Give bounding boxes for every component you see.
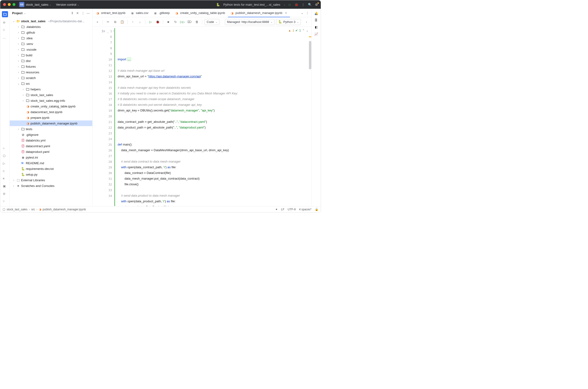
tree-row[interactable]: ⌄src <box>10 81 92 86</box>
project-tree[interactable]: ⌄ 📁 stock_last_sales ~/Projects/databric… <box>10 17 92 206</box>
sciview-tool-button[interactable]: 📈 <box>314 32 318 36</box>
vcs-tool-button[interactable]: ⑂ <box>3 199 7 204</box>
zoom-window-button[interactable] <box>13 3 15 6</box>
terminal-tool-button[interactable]: ▣ <box>3 184 7 189</box>
editor-tab[interactable]: ◑create_unity_catalog_table.ipynb <box>173 9 228 17</box>
readonly-indicator[interactable]: 🔓 <box>315 208 318 211</box>
tree-row[interactable]: ›fixtures <box>10 64 92 69</box>
editor-tab[interactable]: ◑ontract_test.ipynb <box>94 9 128 17</box>
tree-row[interactable]: ›.vscode <box>10 47 92 52</box>
tree-row[interactable]: ◑publish_datamesh_manager.ipynb <box>10 120 92 126</box>
tree-row[interactable]: ›.idea <box>10 35 92 41</box>
chevron-right-icon[interactable]: › <box>12 185 15 187</box>
project-tool-button[interactable] <box>2 11 8 17</box>
tree-row[interactable]: M↓README.md <box>10 160 92 166</box>
tree-row[interactable]: ›scratch <box>10 75 92 81</box>
chevron-right-icon[interactable]: › <box>22 94 25 96</box>
run-all-button[interactable]: ▷▷ <box>180 19 185 25</box>
python-packages-button[interactable]: ○ <box>3 146 7 151</box>
run-tool-button[interactable]: ▷ <box>3 162 7 166</box>
move-down-button[interactable]: ↓ <box>137 19 143 25</box>
chevron-right-icon[interactable]: › <box>17 43 20 45</box>
tree-row[interactable]: ›helpers <box>10 86 92 92</box>
chevron-up-icon[interactable]: ⌃ <box>302 28 305 33</box>
debug-cell-button[interactable]: 🐞 <box>155 19 161 25</box>
minimize-window-button[interactable] <box>8 3 11 6</box>
chevron-right-icon[interactable]: › <box>17 77 20 79</box>
expand-all-button[interactable]: ✕ <box>76 11 79 15</box>
stop-button[interactable]: ■ <box>166 19 171 25</box>
tree-row[interactable]: Ydatabricks.yml <box>10 137 92 143</box>
project-switcher[interactable]: stock_last_sales⌄ <box>26 3 51 6</box>
jupyter-server-dropdown[interactable]: Managed: http://localhost:8888⌄ <box>225 19 275 25</box>
chevron-down-icon[interactable]: ⌄ <box>17 82 20 85</box>
add-cell-button[interactable]: ＋ <box>95 19 100 25</box>
paste-button[interactable]: 📋 <box>119 19 125 25</box>
tree-row[interactable]: ›resources <box>10 69 92 75</box>
chevron-right-icon[interactable]: › <box>17 65 20 68</box>
close-tab-button[interactable]: ✕ <box>285 11 287 15</box>
cell-type-dropdown[interactable]: Code⌄ <box>205 19 219 25</box>
clear-output-button[interactable]: ⌦ <box>187 19 192 25</box>
cut-button[interactable]: ✂ <box>105 19 111 25</box>
tree-row[interactable]: ›⬚External Libraries <box>10 177 92 183</box>
error-stripe-mark[interactable] <box>309 36 311 37</box>
restart-button[interactable]: ↻ <box>173 19 178 25</box>
tab-list-button[interactable]: ⌄ <box>301 11 304 15</box>
ai-assistant-button[interactable]: ✦ <box>275 208 278 211</box>
run-config-selector[interactable]: Python tests for main_test.test_...st_sa… <box>223 3 280 6</box>
chevron-right-icon[interactable]: › <box>22 99 25 102</box>
chevron-right-icon[interactable]: › <box>17 48 20 51</box>
tree-row[interactable]: ›tests <box>10 126 92 132</box>
scrollbar-thumb[interactable] <box>309 41 311 69</box>
tree-row[interactable]: ›.databricks <box>10 24 92 30</box>
tree-row[interactable]: ›dist <box>10 58 92 64</box>
breadcrumb[interactable]: ▢stock_last_sales›src›◑publish_datamesh_… <box>2 208 86 211</box>
select-opened-file-button[interactable]: ⇕ <box>71 11 74 15</box>
panel-options-button[interactable]: ⋮ <box>81 11 85 15</box>
commit-tool-button[interactable]: ⊖ <box>3 21 7 25</box>
tree-row[interactable]: Ydatacontract.yaml <box>10 143 92 149</box>
structure-tool-button[interactable]: ⁝⁝ <box>3 28 7 32</box>
chevron-right-icon[interactable]: › <box>17 31 20 34</box>
more-tools-button[interactable]: … <box>3 36 7 40</box>
chevron-right-icon[interactable]: › <box>12 179 15 182</box>
chevron-down-icon[interactable]: ⌄ <box>306 28 309 33</box>
code-content[interactable]: ▲1 ✔1 ⌃ ⌄ import ...# data mesh manager … <box>116 27 311 206</box>
more-toolbar-button[interactable]: › <box>304 19 309 25</box>
editor-tab[interactable]: ≣.gitkeep <box>151 9 173 17</box>
code-editor[interactable]: 1In _>6789101112131415161718192021222324… <box>93 27 311 206</box>
move-up-button[interactable]: ↑ <box>130 19 136 25</box>
breadcrumb-segment[interactable]: stock_last_sales <box>7 208 28 211</box>
run-button[interactable]: ▷ <box>289 3 291 6</box>
tree-row[interactable]: ›.venv <box>10 41 92 47</box>
databricks-tool-button[interactable]: ◧ <box>315 25 318 29</box>
database-tool-button[interactable]: 🗄 <box>314 18 318 22</box>
git-tool-button[interactable]: ⎌ <box>3 169 7 173</box>
tree-row[interactable]: ◑create_unity_catalog_table.ipynb <box>10 103 92 109</box>
vcs-widget[interactable]: Version control⌄ <box>56 3 79 6</box>
editor-tab[interactable]: ◑publish_datamesh_manager.ipynb✕ <box>228 9 290 17</box>
inspection-widget[interactable]: ▲1 ✔1 ⌃ ⌄ <box>288 28 309 33</box>
delete-cell-button[interactable]: 🗑 <box>194 19 200 25</box>
line-ending-widget[interactable]: LF <box>281 208 284 211</box>
debug-button[interactable]: 🐞 <box>294 3 298 6</box>
copy-button[interactable]: ⧉ <box>112 19 118 25</box>
breadcrumb-segment[interactable]: publish_datamesh_manager.ipynb <box>43 208 86 211</box>
tree-row[interactable]: 🐍setup.py <box>10 171 92 177</box>
notifications-button[interactable]: 🔔 <box>314 12 318 15</box>
chevron-right-icon[interactable]: › <box>17 71 20 74</box>
interpreter-dropdown[interactable]: 🐍Python 3⌄ <box>276 19 301 25</box>
hide-panel-button[interactable]: — <box>87 11 90 15</box>
tree-row[interactable]: ›.github <box>10 30 92 35</box>
chevron-down-icon[interactable]: ⌄ <box>12 20 15 23</box>
tree-root[interactable]: ⌄ 📁 stock_last_sales ~/Projects/databric… <box>10 18 92 24</box>
tree-row[interactable]: ›stock_last_sales.egg-info <box>10 98 92 103</box>
tree-row[interactable]: ›build <box>10 52 92 58</box>
tree-row[interactable]: 🐍requirements-dev.txt <box>10 166 92 171</box>
close-window-button[interactable] <box>3 3 6 6</box>
chevron-right-icon[interactable]: › <box>22 88 25 91</box>
chevron-right-icon[interactable]: › <box>17 60 20 62</box>
breadcrumb-segment[interactable]: src <box>31 208 35 211</box>
editor-tab[interactable]: ≣sales.csv <box>128 9 151 17</box>
